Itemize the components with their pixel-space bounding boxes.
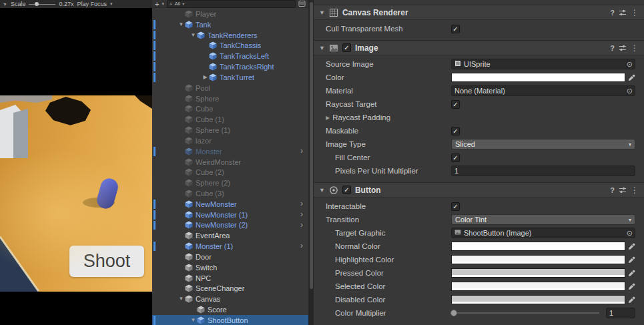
foldout-closed-icon[interactable]: ▶ [326,115,330,121]
normal-color-color-field[interactable] [451,242,625,251]
raycast-target-checkbox[interactable]: ✓ [451,100,460,109]
hierarchy-item-lazor[interactable]: lazor [152,135,308,146]
maskable-checkbox[interactable]: ✓ [451,127,460,135]
hierarchy-item-sphere-1[interactable]: Sphere (1) [152,125,308,135]
help-icon[interactable]: ? [610,186,615,194]
hierarchy-item-sphere-2[interactable]: Sphere (2) [152,178,308,188]
chevron-down-icon[interactable]: ▾ [162,1,164,7]
open-prefab-arrow[interactable]: › [300,241,303,252]
hierarchy-item-tanktracksleft[interactable]: TankTracksLeft [152,51,308,61]
component-header-image[interactable]: ▼✓Image?⋮ [314,41,644,55]
expander-icon[interactable]: ▼ [190,30,197,41]
material-object-field[interactable]: None (Material)⊙ [451,85,635,96]
eyedropper-icon[interactable] [628,243,635,250]
hierarchy-item-canvas[interactable]: ▼Canvas [152,294,308,304]
hierarchy-item-monster[interactable]: Monster› [152,146,308,157]
hierarchy-search-input[interactable]: ⌕ All ▾ [167,0,296,8]
color-multiplier-slider[interactable] [451,312,599,314]
foldout-icon[interactable]: ▼ [319,187,325,194]
source-image-object-field[interactable]: UISprite⊙ [451,59,635,69]
transition-dropdown[interactable]: Color Tint▾ [451,214,635,225]
eyedropper-icon[interactable] [628,270,635,277]
hierarchy-options-icon[interactable] [298,0,306,7]
hierarchy-item-tankturret[interactable]: ▶TankTurret [152,72,308,83]
target-graphic-object-field[interactable]: ShootButton (Image)⊙ [451,228,635,238]
eyedropper-icon[interactable] [628,283,635,290]
pixels-per-unit-multiplier-number-field[interactable]: 1 [451,166,635,176]
expander-icon[interactable]: ▼ [178,19,185,30]
menu-icon[interactable]: ⋮ [631,186,639,195]
color-multiplier-number-field[interactable]: 1 [606,308,635,318]
foldout-icon[interactable]: ▼ [319,9,325,16]
presets-icon[interactable] [619,9,627,17]
hierarchy-item-tank[interactable]: ▼Tank [152,19,308,30]
eyedropper-icon[interactable] [628,296,635,304]
hierarchy-item-sphere[interactable]: Sphere [152,93,308,104]
open-prefab-arrow[interactable]: › [300,220,303,231]
help-icon[interactable]: ? [610,44,615,52]
eyedropper-icon[interactable] [628,256,635,264]
component-enabled-checkbox[interactable]: ✓ [342,186,351,194]
menu-icon[interactable]: ⋮ [631,8,639,17]
help-icon[interactable]: ? [610,9,615,17]
selected-color-color-field[interactable] [451,282,625,291]
shoot-button[interactable]: Shoot [69,246,144,277]
expander-icon[interactable]: ▼ [178,294,185,304]
menu-icon[interactable]: ⋮ [631,43,639,53]
hierarchy-scrollbar[interactable] [308,0,314,325]
expander-icon[interactable]: ▼ [190,315,197,325]
hierarchy-item-switch[interactable]: Switch [152,262,308,273]
hierarchy-item-newmonster-1[interactable]: NewMonster (1)› [152,210,308,220]
open-prefab-arrow[interactable]: › [300,146,303,157]
pressed-color-color-field[interactable] [451,268,625,278]
interactable-checkbox[interactable]: ✓ [451,202,460,211]
highlighted-color-color-field[interactable] [451,255,625,264]
cull-transparent-mesh-checkbox[interactable]: ✓ [451,25,460,33]
open-prefab-arrow[interactable]: › [300,210,303,220]
hierarchy-item-tanktracksright[interactable]: TankTracksRight [152,61,308,72]
hierarchy-item-monster-1[interactable]: Monster (1)› [152,241,308,252]
hierarchy-item-weirdmonster[interactable]: WeirdMonster [152,157,308,168]
object-picker-icon[interactable]: ⊙ [627,61,633,68]
hierarchy-item-scenechanger[interactable]: SceneChanger [152,284,308,294]
foldout-icon[interactable]: ▼ [319,45,325,51]
image-type-dropdown[interactable]: Sliced▾ [451,139,635,149]
hierarchy-item-tankrenderers[interactable]: ▼TankRenderers [152,30,308,41]
scrollbar-thumb[interactable] [310,2,313,289]
scale-slider-thumb[interactable] [35,2,39,6]
hierarchy-item-newmonster[interactable]: NewMonster› [152,199,308,210]
presets-icon[interactable] [619,186,627,194]
hierarchy-item-pool[interactable]: Pool [152,83,308,93]
hierarchy-item-score[interactable]: Score [152,304,308,315]
hierarchy-item-shootbutton[interactable]: ▼ShootButton [152,315,308,325]
hierarchy-item-npc[interactable]: NPC [152,273,308,284]
component-header-canvas-renderer[interactable]: ▼Canvas Renderer?⋮ [314,5,644,20]
color-color-field[interactable] [451,73,625,82]
object-picker-icon[interactable]: ⊙ [627,230,633,237]
chevron-down-icon[interactable]: ▾ [110,1,113,7]
slider-thumb[interactable] [450,310,457,316]
component-header-button[interactable]: ▼✓Button?⋮ [314,183,644,198]
object-picker-icon[interactable]: ⊙ [627,87,633,95]
hierarchy-item-cube-1[interactable]: Cube (1) [152,114,308,125]
hierarchy-item-cube-2[interactable]: Cube (2) [152,167,308,178]
chevron-down-icon[interactable]: ▼ [3,2,7,7]
hierarchy-item-door[interactable]: Door [152,252,308,262]
create-button[interactable]: + [155,1,159,7]
hierarchy-item-newmonster-2[interactable]: NewMonster (2)› [152,220,308,231]
presets-icon[interactable] [619,44,627,52]
hierarchy-item-eventarea[interactable]: EventArea [152,230,308,241]
disabled-color-color-field[interactable] [451,295,625,304]
open-prefab-arrow[interactable]: › [300,199,303,210]
play-focus-dropdown[interactable]: Play Focus [77,1,107,7]
eyedropper-icon[interactable] [628,74,635,81]
expander-icon[interactable]: ▶ [202,72,209,83]
component-enabled-checkbox[interactable]: ✓ [342,43,351,52]
hierarchy-item-cube[interactable]: Cube [152,103,308,114]
hierarchy-item-cube-3[interactable]: Cube (3) [152,188,308,199]
hierarchy-item-player[interactable]: Player [152,9,308,19]
hierarchy-item-tankchassis[interactable]: TankChassis [152,40,308,51]
search-filter-value[interactable]: All [174,1,180,7]
scale-slider[interactable] [29,4,55,5]
fill-center-checkbox[interactable]: ✓ [451,153,460,162]
